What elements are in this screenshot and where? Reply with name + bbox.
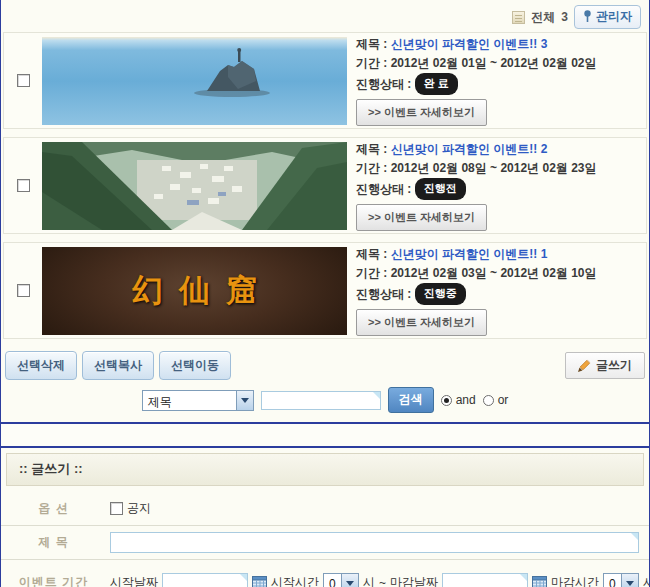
calendar-icon [252, 575, 267, 587]
search-bar: 제목 검색 and or [1, 382, 649, 422]
event-title-link[interactable]: 신년맞이 파격할인 이벤트!! 3 [391, 37, 548, 51]
move-selected-button[interactable]: 선택이동 [159, 351, 231, 380]
event-board-page: 전체 3 관리자 [0, 0, 650, 587]
list-icon [512, 11, 525, 24]
search-field-select[interactable]: 제목 [142, 390, 254, 411]
row-checkbox[interactable] [17, 74, 30, 87]
write-post-button[interactable]: 글쓰기 [565, 352, 645, 379]
row-checkbox[interactable] [17, 284, 30, 297]
event-period-label: 이벤트 기간 [1, 574, 106, 587]
title-label: 제목 : [356, 142, 387, 156]
event-period: 2012년 02월 08일 ~ 2012년 02월 23일 [391, 161, 597, 175]
event-info: 제목 : 신년맞이 파격할인 이벤트!! 1 기간 : 2012년 02월 03… [356, 245, 596, 336]
status-badge: 완 료 [415, 73, 458, 95]
event-period: 2012년 02월 03일 ~ 2012년 02월 10일 [391, 266, 597, 280]
section-gap [1, 424, 649, 446]
title-label: 제목 : [356, 37, 387, 51]
start-date-calendar-button[interactable] [252, 575, 267, 587]
status-badge: 진행전 [415, 178, 466, 200]
end-date-input-box [442, 573, 528, 587]
title-content [106, 528, 649, 557]
title-field-label: 제 목 [1, 534, 106, 551]
row-checkbox[interactable] [17, 179, 30, 192]
event-detail-button[interactable]: >> 이벤트 자세히보기 [356, 99, 487, 126]
option-content: 공지 [106, 496, 649, 521]
and-radio-label: and [456, 393, 476, 407]
event-list-section: 전체 3 관리자 [1, 0, 649, 424]
end-time-value: 0 [604, 574, 621, 587]
end-date-input[interactable] [443, 574, 527, 587]
end-date-calendar-button[interactable] [532, 575, 547, 587]
or-radio-label: or [498, 393, 509, 407]
event-thumbnail-sea-island[interactable] [42, 37, 347, 125]
or-radio[interactable] [483, 395, 494, 406]
event-period: 2012년 02월 01일 ~ 2012년 02월 02일 [391, 56, 597, 70]
end-time-select[interactable]: 0 [603, 573, 639, 587]
end-hour-suffix: 시 [643, 574, 650, 587]
and-radio-group: and [441, 393, 476, 407]
cave-calligraphy-text: 幻仙窟 [116, 270, 273, 312]
checkbox-cell [4, 74, 42, 87]
write-form-section: :: 글쓰기 :: 옵 션 공지 제 목 이벤트 기간 시작날짜 [1, 446, 649, 587]
write-post-label: 글쓰기 [596, 357, 632, 374]
event-info: 제목 : 신년맞이 파격할인 이벤트!! 2 기간 : 2012년 02월 08… [356, 140, 596, 231]
chevron-down-icon [341, 574, 358, 587]
checkbox-cell [4, 284, 42, 297]
start-time-select[interactable]: 0 [323, 573, 359, 587]
start-time-label: 시작시간 [271, 574, 319, 587]
start-hour-suffix: 시 [363, 574, 375, 587]
admin-button[interactable]: 관리자 [574, 5, 641, 29]
status-badge: 진행중 [415, 283, 466, 305]
period-tilde: ~ [379, 576, 386, 587]
admin-button-label: 관리자 [596, 8, 632, 25]
title-input-box [110, 532, 639, 553]
event-period-row: 이벤트 기간 시작날짜 시작시간 0 시 ~ 마감날짜 [1, 559, 649, 587]
status-label: 진행상태 : [356, 182, 411, 196]
actions-bar: 선택삭제 선택복사 선택이동 글쓰기 [1, 347, 649, 382]
checkbox-cell [4, 179, 42, 192]
start-time-value: 0 [324, 574, 341, 587]
chevron-down-icon [621, 574, 638, 587]
event-info: 제목 : 신년맞이 파격할인 이벤트!! 3 기간 : 2012년 02월 01… [356, 35, 596, 126]
search-button[interactable]: 검색 [388, 387, 434, 413]
option-row: 옵 션 공지 [1, 491, 649, 525]
notice-checkbox[interactable] [110, 502, 123, 515]
status-label: 진행상태 : [356, 77, 411, 91]
search-input-box [261, 391, 381, 410]
top-bar: 전체 3 관리자 [1, 0, 649, 32]
pencil-icon [578, 359, 591, 372]
total-count: 3 [561, 10, 568, 24]
period-label: 기간 : [356, 56, 387, 70]
end-time-label: 마감시간 [551, 574, 599, 587]
title-row: 제 목 [1, 525, 649, 559]
pin-icon [583, 10, 592, 23]
period-label: 기간 : [356, 161, 387, 175]
total-label: 전체 [531, 9, 555, 26]
end-date-label: 마감날짜 [390, 574, 438, 587]
write-form-header: :: 글쓰기 :: [6, 453, 644, 486]
event-thumbnail-mountain-village[interactable] [42, 142, 347, 230]
event-detail-button[interactable]: >> 이벤트 자세히보기 [356, 204, 487, 231]
event-row: 제목 : 신년맞이 파격할인 이벤트!! 2 기간 : 2012년 02월 08… [3, 137, 647, 234]
or-radio-group: or [483, 393, 509, 407]
calendar-icon [532, 575, 547, 587]
event-detail-button[interactable]: >> 이벤트 자세히보기 [356, 309, 487, 336]
start-date-input-box [162, 573, 248, 587]
event-title-link[interactable]: 신년맞이 파격할인 이벤트!! 2 [391, 142, 548, 156]
search-field-value: 제목 [143, 391, 236, 410]
event-row: 幻仙窟 제목 : 신년맞이 파격할인 이벤트!! 1 기간 : 2012년 02… [3, 242, 647, 339]
delete-selected-button[interactable]: 선택삭제 [5, 351, 77, 380]
event-row: 제목 : 신년맞이 파격할인 이벤트!! 3 기간 : 2012년 02월 01… [3, 32, 647, 129]
event-thumbnail-cave[interactable]: 幻仙窟 [42, 247, 347, 335]
event-title-link[interactable]: 신년맞이 파격할인 이벤트!! 1 [391, 247, 548, 261]
option-label: 옵 션 [1, 500, 106, 517]
and-radio[interactable] [441, 395, 452, 406]
title-label: 제목 : [356, 247, 387, 261]
period-label: 기간 : [356, 266, 387, 280]
notice-checkbox-label: 공지 [127, 500, 151, 517]
copy-selected-button[interactable]: 선택복사 [82, 351, 154, 380]
search-input[interactable] [262, 392, 380, 409]
title-input[interactable] [111, 533, 638, 552]
start-date-input[interactable] [163, 574, 247, 587]
start-date-label: 시작날짜 [110, 574, 158, 587]
